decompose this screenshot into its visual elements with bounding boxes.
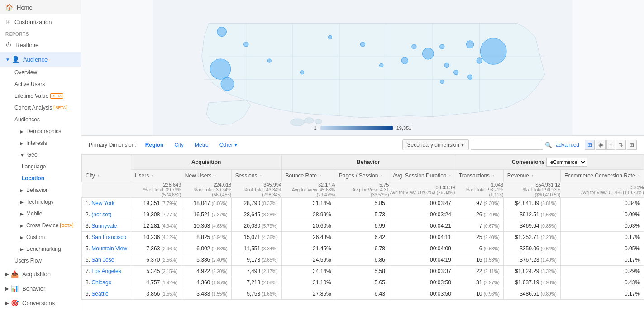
bubble-slc[interactable] [328,35,332,39]
table-row: 7. Los Angeles 5,345 (2.15%) 4,922 (2.20… [82,266,644,277]
sidebar-item-mobile[interactable]: ▶ Mobile [14,208,81,220]
col-city[interactable]: City ↕ [82,155,131,182]
sidebar-item-technology[interactable]: ▶ Technology [14,196,81,208]
city-link[interactable]: San Francisco [91,234,126,240]
bubble-atlanta[interactable] [454,70,458,75]
bubble-portland[interactable] [244,42,248,47]
dim-region[interactable]: Region [145,142,164,148]
sidebar-item-custom[interactable]: ▶ Custom [14,231,81,243]
cell-revenue: $486.61 (0.89%) [503,288,560,300]
sidebar-item-behavior[interactable]: ▶ Behavior [14,184,81,196]
dim-city[interactable]: City [174,142,184,148]
cell-revenue: $469.64 (0.85%) [503,220,560,232]
cell-transactions: 10 (0.96%) [455,288,503,300]
sidebar-item-demographics[interactable]: ▶ Demographics [14,125,81,137]
col-users[interactable]: Users ↕ [131,170,181,182]
view-icon-sort[interactable]: ⇅ [616,140,626,150]
view-icon-settings[interactable]: ⊞ [627,140,637,150]
col-ecommerce-rate[interactable]: Ecommerce Conversion Rate ↕ [560,170,644,182]
sidebar-item-cohort-analysis[interactable]: Cohort Analysis BETA [14,102,81,114]
bubble-la[interactable] [221,77,234,91]
col-bounce-rate[interactable]: Bounce Rate ↕ [281,170,335,182]
sidebar-item-interests[interactable]: ▶ Interests [14,137,81,149]
sidebar-item-home[interactable]: 🏠 Home [0,0,81,14]
bubble-detroit[interactable] [440,44,444,49]
sidebar-item-benchmarking[interactable]: ▶ Benchmarking [14,243,81,255]
behavior-icon: 📊 [11,285,19,292]
cell-sessions: 7,498 (2.17%) [231,266,281,277]
bubble-seattle[interactable] [217,27,227,37]
sort-icon-users: ↕ [152,173,154,178]
sidebar-item-lifetime-value[interactable]: Lifetime Value BETA [14,90,81,102]
chevron-right-icon: ▶ [20,141,24,146]
sidebar-item-label: Geo [27,152,38,158]
bubble-nashville[interactable] [444,63,449,67]
sidebar-item-users-flow[interactable]: Users Flow [14,255,81,267]
sidebar-item-realtime[interactable]: ⏱ Realtime [0,38,81,52]
bubble-charlotte[interactable] [467,75,472,79]
city-link[interactable]: Sunnyvale [91,223,117,229]
search-icon[interactable]: 🔍 [545,142,552,148]
view-icon-bar[interactable]: ≡ [606,140,615,150]
sort-icon-ecommerce: ↕ [638,173,640,178]
bubble-boston[interactable] [466,41,473,48]
bubble-phoenix[interactable] [300,71,304,74]
dim-metro[interactable]: Metro [195,142,209,148]
expand-arrow: ▶ [5,286,9,291]
cell-city-rank: 8. Chicago [82,277,131,288]
cell-users: 3,856 (1.55%) [131,288,181,300]
bubble-miami[interactable] [440,80,444,83]
sidebar-item-label: Custom [26,234,45,240]
city-link[interactable]: Seattle [91,291,108,297]
bubble-chicago[interactable] [422,48,434,59]
sidebar-item-overview[interactable]: Overview [14,67,81,78]
sidebar-item-language[interactable]: Language [22,161,81,172]
sidebar-item-location[interactable]: Location [22,172,81,184]
bubble-sf-area[interactable] [210,59,230,79]
bubble-minneapolis[interactable] [412,44,416,49]
city-link[interactable]: New York [91,200,114,206]
secondary-dimension-button[interactable]: Secondary dimension ▾ [402,139,469,150]
city-link[interactable]: (not set) [91,211,111,218]
city-link[interactable]: Los Angeles [91,268,121,274]
chevron-right-icon: ▶ [20,235,24,240]
bubble-new-york[interactable] [480,38,506,65]
col-new-users[interactable]: New Users ↕ [181,170,231,182]
sidebar-item-audiences[interactable]: Audiences [14,114,81,125]
col-sessions[interactable]: Sessions ↕ [231,170,281,182]
city-link[interactable]: Chicago [91,279,111,286]
search-input[interactable] [471,140,543,150]
bubble-denver[interactable] [360,42,365,47]
col-pages-session[interactable]: Pages / Session ↕ [335,170,389,182]
table-row: 2. (not set) 19,308 (7.77%) 16,521 (7.37… [82,209,644,220]
conversions-type-select[interactable]: eCommerce [546,158,587,167]
col-avg-session[interactable]: Avg. Session Duration ↕ [389,170,455,182]
cell-city-rank: 6. San Jose [82,254,131,266]
sidebar-item-geo[interactable]: ▼ Geo [14,149,81,161]
sidebar-item-behavior-top[interactable]: ▶ 📊 Behavior [0,281,81,296]
sidebar-item-acquisition[interactable]: ▶ 📥 Acquisition [0,267,81,281]
sidebar-item-cross-device[interactable]: ▶ Cross Device BETA [14,220,81,231]
sidebar-item-customization[interactable]: ⊞ Customization [0,14,81,29]
sidebar-item-conversions[interactable]: ▶ 🎯 Conversions [0,296,81,310]
bubble-kc[interactable] [380,63,383,67]
svg-point-11 [315,119,322,124]
bubble-reno[interactable] [267,59,271,62]
city-link[interactable]: Mountain View [91,245,127,252]
sidebar-item-active-users[interactable]: Active Users [14,78,81,90]
cell-ecommerce-rate: 0.29% [560,266,644,277]
section-conversions: Conversions eCommerce [455,155,644,170]
view-icon-table[interactable]: ⊞ [585,140,595,150]
col-transactions[interactable]: Transactions ↕ [455,170,503,182]
city-link[interactable]: San Jose [91,257,114,263]
secondary-dim-arrow: ▾ [461,142,464,148]
map-legend-min: 1 [314,125,317,131]
sidebar-item-audience[interactable]: ▼ 👤 Audience [0,52,81,67]
advanced-link[interactable]: advanced [556,142,579,148]
bubble-dallas[interactable] [401,57,408,64]
dim-other[interactable]: Other ▾ [219,142,237,148]
bubble-dc[interactable] [477,58,482,63]
view-icon-pie[interactable]: ◉ [596,140,606,150]
col-revenue[interactable]: Revenue ↕ [503,170,560,182]
chevron-right-icon: ▶ [20,188,24,193]
